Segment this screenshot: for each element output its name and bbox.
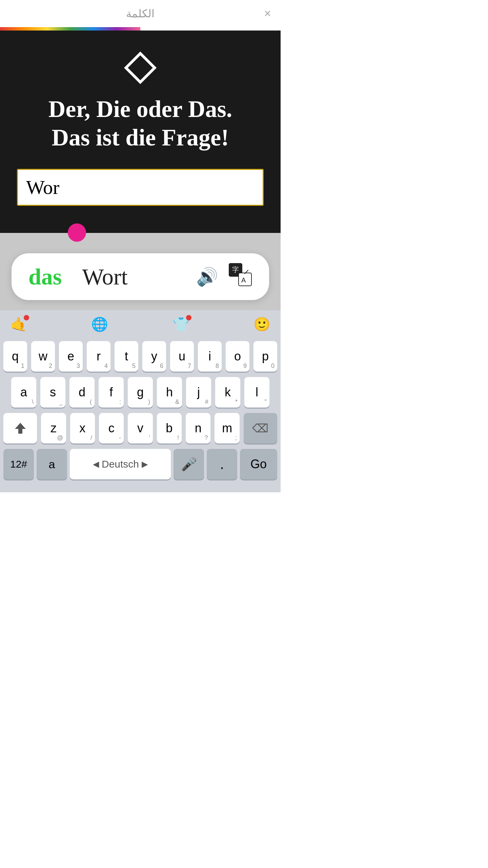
svg-text:A: A [241,276,246,284]
main-content-area: Der, Die oder Das. Das ist die Frage! [0,31,281,233]
key-y[interactable]: y6 [142,341,166,372]
key-e[interactable]: e3 [59,341,83,372]
key-p[interactable]: p0 [253,341,277,372]
go-key[interactable]: Go [240,449,277,479]
numbers-key[interactable]: 12# [3,449,34,479]
key-b[interactable]: b! [157,413,182,443]
shirt-notification-dot [186,315,191,320]
svg-rect-0 [126,54,155,82]
key-q[interactable]: q1 [3,341,27,372]
suggestion-icons: 🔊 字 A [196,263,252,291]
key-w[interactable]: w2 [31,341,55,372]
close-button[interactable]: × [264,7,271,20]
headline-text: Der, Die oder Das. Das ist die Frage! [14,95,267,152]
space-key[interactable]: ◀ Deutsch ▶ [70,449,171,479]
top-bar: الكلمة × [0,0,281,27]
suggestion-card: das Wort 🔊 字 A [12,253,269,300]
key-c[interactable]: c- [99,413,124,443]
input-wrapper [17,169,264,206]
key-r[interactable]: r4 [87,341,110,372]
keyboard-row-2: a\ s_ d( f: g) h& j# k* l" [0,374,281,410]
word-input[interactable] [17,169,264,206]
key-m[interactable]: m; [215,413,239,443]
gesture-notification-dot [24,315,29,320]
key-f[interactable]: f: [99,377,124,408]
gesture-button[interactable]: 🤙 [10,316,27,332]
key-u[interactable]: u7 [170,341,194,372]
key-n[interactable]: n? [186,413,210,443]
key-d[interactable]: d( [69,377,95,408]
key-x[interactable]: x/ [70,413,95,443]
period-key[interactable]: . [207,449,237,479]
key-t[interactable]: t5 [115,341,138,372]
key-l[interactable]: l" [244,377,269,408]
key-j[interactable]: j# [186,377,211,408]
rainbow-bar [0,27,140,31]
emoji-button[interactable]: 🙂 [253,316,270,332]
logo-area [14,51,267,85]
char-a-key[interactable]: a [37,449,67,479]
pink-indicator-dot [68,223,86,242]
app-logo-icon [123,51,157,85]
speaker-icon[interactable]: 🔊 [196,267,218,287]
gray-area: das Wort 🔊 字 A [0,233,281,310]
lang-right-arrow[interactable]: ▶ [142,459,148,469]
suggestion-word[interactable]: Wort [82,263,127,290]
key-o[interactable]: o9 [226,341,249,372]
suggestion-article[interactable]: das [28,263,62,290]
keyboard-bottom-row: 12# a ◀ Deutsch ▶ 🎤 . Go [0,446,281,482]
globe-button[interactable]: 🌐 [91,316,108,332]
delete-key[interactable]: ⌫ [244,413,277,443]
key-i[interactable]: i8 [198,341,222,372]
key-h[interactable]: h& [157,377,182,408]
shirt-button[interactable]: 👕 [172,316,189,332]
key-s[interactable]: s_ [40,377,65,408]
keyboard: 🤙 🌐 👕 🙂 q1 w2 e3 r4 t5 y6 u7 i8 o9 p0 a\… [0,310,281,492]
keyboard-row-3: z@ x/ c- v' b! n? m; ⌫ [0,410,281,446]
svg-text:字: 字 [232,266,239,273]
key-a[interactable]: a\ [11,377,36,408]
dialog-title: الكلمة [126,7,155,20]
keyboard-special-row: 🤙 🌐 👕 🙂 [0,310,281,338]
keyboard-row-1: q1 w2 e3 r4 t5 y6 u7 i8 o9 p0 [0,338,281,374]
key-z[interactable]: z@ [41,413,66,443]
shift-key[interactable] [3,413,37,443]
translate-icon[interactable]: 字 A [228,263,252,291]
language-label[interactable]: Deutsch [102,458,139,470]
key-v[interactable]: v' [128,413,152,443]
microphone-key[interactable]: 🎤 [174,449,204,479]
key-k[interactable]: k* [215,377,240,408]
key-g[interactable]: g) [128,377,153,408]
lang-left-arrow[interactable]: ◀ [93,459,99,469]
